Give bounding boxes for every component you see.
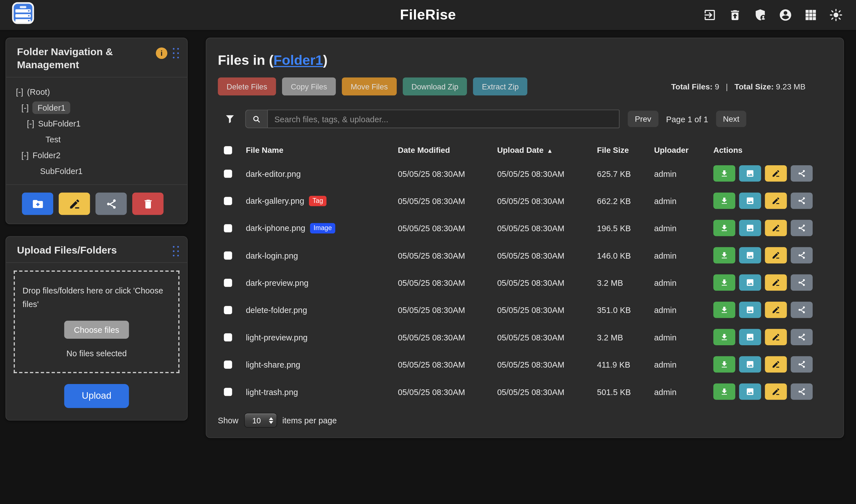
column-header[interactable]: File Size — [597, 146, 654, 155]
restore-trash-icon[interactable] — [728, 8, 741, 22]
row-checkbox[interactable] — [224, 360, 232, 368]
select-all-checkbox[interactable] — [224, 146, 232, 154]
file-name[interactable]: light-share.png — [246, 360, 300, 369]
file-name[interactable]: dark-iphone.png — [246, 223, 305, 232]
choose-files-button[interactable]: Choose files — [64, 321, 129, 339]
tree-toggle[interactable]: [-] — [16, 87, 23, 96]
extract-zip-button[interactable]: Extract Zip — [473, 77, 527, 96]
tree-toggle[interactable]: [-] — [21, 103, 29, 112]
preview-image-button[interactable] — [739, 329, 761, 345]
rename-file-button[interactable] — [765, 274, 787, 291]
tree-label[interactable]: (Root) — [27, 87, 50, 96]
file-name[interactable]: dark-login.png — [246, 251, 298, 260]
column-header[interactable]: Upload Date▲ — [497, 146, 597, 155]
rename-file-button[interactable] — [765, 247, 787, 264]
row-checkbox[interactable] — [224, 224, 232, 232]
prev-page-button[interactable]: Prev — [628, 111, 658, 127]
tree-item[interactable]: [-]Folder2 — [12, 147, 182, 163]
download-file-button[interactable] — [713, 247, 735, 264]
info-icon[interactable]: i — [156, 48, 167, 59]
column-header[interactable]: File Name — [246, 146, 398, 155]
upload-button[interactable]: Upload — [64, 384, 129, 408]
row-checkbox[interactable] — [224, 306, 232, 314]
share-folder-button[interactable] — [95, 193, 126, 215]
preview-image-button[interactable] — [739, 302, 761, 318]
tree-item[interactable]: [-](Root) — [12, 84, 182, 100]
delete-folder-button[interactable] — [132, 193, 163, 215]
share-file-button[interactable] — [791, 302, 813, 318]
preview-image-button[interactable] — [739, 274, 761, 291]
file-name[interactable]: delete-folder.png — [246, 305, 307, 314]
file-name[interactable]: light-preview.png — [246, 332, 308, 342]
share-file-button[interactable] — [791, 165, 813, 182]
row-checkbox[interactable] — [224, 333, 232, 341]
tree-item[interactable]: Test — [12, 131, 182, 147]
rename-file-button[interactable] — [765, 220, 787, 236]
tree-label[interactable]: SubFolder1 — [40, 166, 82, 176]
column-header[interactable]: Date Modified — [398, 146, 497, 155]
rename-file-button[interactable] — [765, 383, 787, 400]
tree-item[interactable]: [-]SubFolder1 — [12, 116, 182, 131]
preview-image-button[interactable] — [739, 220, 761, 236]
download-file-button[interactable] — [713, 329, 735, 345]
download-file-button[interactable] — [713, 220, 735, 236]
preview-image-button[interactable] — [739, 356, 761, 373]
tree-toggle[interactable]: [-] — [27, 119, 34, 128]
rename-file-button[interactable] — [765, 165, 787, 182]
share-file-button[interactable] — [791, 329, 813, 345]
preview-image-button[interactable] — [739, 247, 761, 264]
row-checkbox[interactable] — [224, 278, 232, 287]
row-checkbox[interactable] — [224, 251, 232, 259]
dropzone[interactable]: Drop files/folders here or click 'Choose… — [14, 271, 179, 373]
download-file-button[interactable] — [713, 383, 735, 400]
copy-files-button[interactable]: Copy Files — [282, 77, 336, 96]
tree-toggle[interactable]: [-] — [21, 150, 29, 160]
tree-label[interactable]: SubFolder1 — [38, 119, 81, 128]
filter-icon[interactable] — [225, 113, 235, 125]
tree-label[interactable]: Test — [46, 135, 60, 144]
preview-image-button[interactable] — [739, 193, 761, 209]
create-folder-button[interactable] — [22, 193, 53, 215]
search-input[interactable] — [267, 109, 619, 128]
exit-to-app-icon[interactable] — [703, 8, 716, 22]
row-checkbox[interactable] — [224, 169, 232, 177]
download-zip-button[interactable]: Download Zip — [403, 77, 467, 96]
search-icon[interactable] — [245, 109, 267, 128]
rename-file-button[interactable] — [765, 302, 787, 318]
preview-image-button[interactable] — [739, 383, 761, 400]
tree-label-selected[interactable]: Folder1 — [33, 102, 70, 114]
apps-grid-icon[interactable] — [804, 8, 818, 22]
download-file-button[interactable] — [713, 356, 735, 373]
app-logo-icon[interactable] — [12, 2, 34, 24]
current-folder-link[interactable]: Folder1 — [274, 52, 323, 68]
delete-files-button[interactable]: Delete Files — [218, 77, 276, 96]
drag-handle-icon[interactable] — [173, 246, 179, 257]
tree-item[interactable]: SubFolder1 — [12, 163, 182, 179]
rename-file-button[interactable] — [765, 193, 787, 209]
move-files-button[interactable]: Move Files — [342, 77, 397, 96]
download-file-button[interactable] — [713, 302, 735, 318]
file-name[interactable]: light-trash.png — [246, 387, 298, 396]
items-per-page-select[interactable]: 10 — [244, 413, 277, 428]
tree-label[interactable]: Folder2 — [33, 150, 60, 160]
share-file-button[interactable] — [791, 247, 813, 264]
admin-shield-icon[interactable] — [753, 8, 767, 22]
row-checkbox[interactable] — [224, 197, 232, 205]
row-checkbox[interactable] — [224, 388, 232, 396]
download-file-button[interactable] — [713, 193, 735, 209]
share-file-button[interactable] — [791, 356, 813, 373]
download-file-button[interactable] — [713, 165, 735, 182]
column-header[interactable]: Actions — [713, 146, 832, 155]
preview-image-button[interactable] — [739, 165, 761, 182]
rename-folder-button[interactable] — [58, 193, 90, 215]
file-name[interactable]: dark-gallery.png — [246, 196, 304, 205]
drag-handle-icon[interactable] — [173, 48, 179, 59]
share-file-button[interactable] — [791, 383, 813, 400]
next-page-button[interactable]: Next — [716, 111, 747, 127]
rename-file-button[interactable] — [765, 356, 787, 373]
column-header[interactable]: Uploader — [654, 146, 713, 155]
file-name[interactable]: dark-preview.png — [246, 278, 308, 287]
rename-file-button[interactable] — [765, 329, 787, 345]
theme-sun-icon[interactable] — [829, 8, 843, 22]
file-name[interactable]: dark-editor.png — [246, 169, 301, 178]
